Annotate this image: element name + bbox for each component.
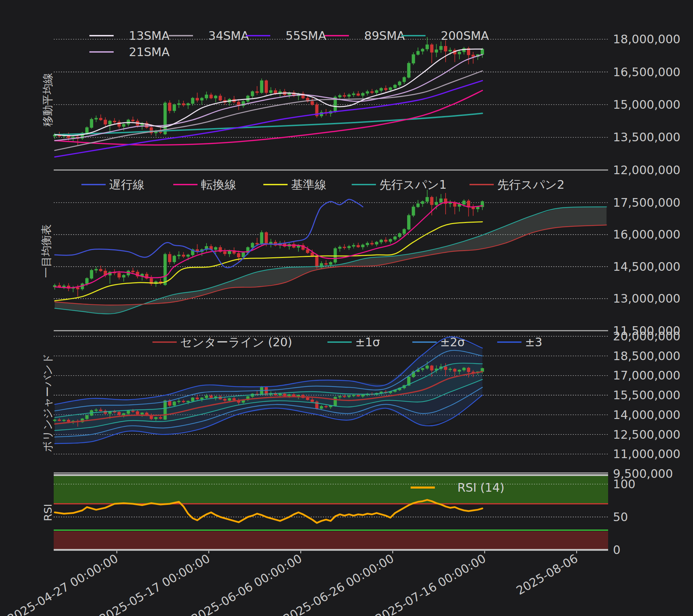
candle-up	[421, 202, 424, 204]
candle-down	[237, 253, 240, 257]
y-tick-label: 14,500,000	[613, 260, 681, 274]
candle-down	[233, 399, 235, 400]
y-tick-label: 100	[613, 477, 635, 491]
candle-up	[352, 94, 355, 95]
candle-down	[76, 287, 79, 289]
candle-up	[86, 127, 88, 133]
candle-up	[164, 254, 166, 285]
candle-up	[348, 246, 350, 248]
candle-up	[205, 396, 208, 398]
candle-down	[168, 103, 171, 111]
candle-down	[99, 118, 102, 120]
candle-down	[136, 412, 139, 414]
y-tick-label: 12,500,000	[613, 428, 681, 441]
candle-up	[412, 207, 415, 215]
rsi-overbought-band	[54, 475, 608, 504]
candle-down	[430, 197, 433, 205]
candle-down	[370, 91, 373, 92]
candle-down	[357, 395, 360, 396]
candle-up	[53, 420, 56, 421]
x-tick-mark	[300, 551, 301, 553]
candle-down	[182, 401, 185, 402]
candle-up	[366, 243, 369, 245]
candle-up	[421, 49, 424, 51]
candle-down	[113, 121, 116, 122]
candle-down	[99, 269, 102, 271]
y-tick-label: 0	[613, 543, 621, 557]
candle-up	[394, 237, 396, 239]
candle-up	[339, 247, 341, 248]
candle-up	[416, 51, 419, 54]
candle-up	[86, 278, 88, 284]
candle-down	[131, 120, 134, 121]
candle-down	[430, 366, 433, 370]
y-tick-label: 50	[613, 510, 628, 524]
candle-down	[343, 247, 346, 248]
y-tick-label: 12,000,000	[613, 163, 681, 177]
y-tick-label: 13,500,000	[613, 130, 681, 144]
candle-up	[407, 63, 410, 78]
candle-up	[187, 401, 190, 402]
candle-up	[339, 96, 341, 97]
candle-up	[449, 369, 451, 370]
candle-up	[394, 85, 396, 88]
y-tick-label: 18,500,000	[613, 349, 681, 363]
candle-down	[219, 96, 222, 100]
candle-up	[458, 52, 461, 54]
y-tick-label: 18,000,000	[613, 32, 681, 46]
candle-up	[72, 137, 74, 138]
candle-down	[311, 101, 314, 105]
legend-label: 89SMA	[364, 29, 405, 43]
legend-label: RSI (14)	[457, 481, 505, 494]
candle-up	[164, 401, 166, 419]
candle-down	[256, 91, 258, 92]
candle-up	[348, 95, 350, 96]
candle-up	[439, 199, 442, 202]
candle-up	[320, 406, 323, 408]
candle-up	[251, 243, 254, 247]
candle-up	[187, 104, 190, 105]
chart-figure: { "chart_data": { "type": "candlestick",…	[0, 0, 693, 616]
y-tick-label: 17,000,000	[613, 368, 681, 382]
candle-up	[95, 118, 97, 119]
panel-rsi: 100500RSI (14)	[54, 475, 635, 557]
candle-down	[265, 81, 267, 93]
candle-up	[251, 91, 254, 96]
candle-up	[435, 50, 438, 53]
candle-up	[260, 81, 263, 93]
candle-down	[311, 400, 314, 402]
candle-up	[90, 270, 93, 278]
candle-down	[306, 250, 309, 253]
candle-up	[177, 255, 180, 256]
candle-up	[375, 90, 378, 92]
candle-up	[191, 98, 194, 104]
candle-down	[210, 95, 212, 98]
candle-up	[260, 232, 263, 244]
candle-up	[269, 90, 272, 92]
candle-up	[173, 105, 176, 111]
panel-sma: 18,000,00016,500,00015,000,00013,500,000…	[53, 29, 681, 177]
candle-up	[398, 233, 401, 236]
candle-up	[389, 239, 392, 241]
y-tick-label: 17,500,000	[613, 196, 681, 209]
candle-down	[292, 244, 295, 247]
ichimoku-cloud	[55, 207, 606, 313]
candle-up	[95, 269, 97, 270]
y-tick-label: 13,000,000	[613, 292, 681, 305]
candle-down	[67, 420, 70, 422]
candle-up	[407, 215, 410, 229]
candle-down	[384, 88, 387, 90]
candle-down	[311, 253, 314, 256]
candle-up	[334, 249, 336, 262]
rsi-oversold-band	[54, 531, 608, 550]
legend-label: 先行スパン2	[497, 178, 564, 191]
candle-up	[141, 413, 143, 414]
candle-down	[196, 98, 199, 100]
candle-down	[467, 368, 470, 372]
candle-down	[99, 410, 102, 411]
candle-up	[242, 253, 245, 257]
candle-up	[200, 98, 203, 100]
y-tick-label: 20,000,000	[613, 329, 681, 343]
candle-up	[352, 395, 355, 396]
candle-up	[380, 240, 383, 242]
